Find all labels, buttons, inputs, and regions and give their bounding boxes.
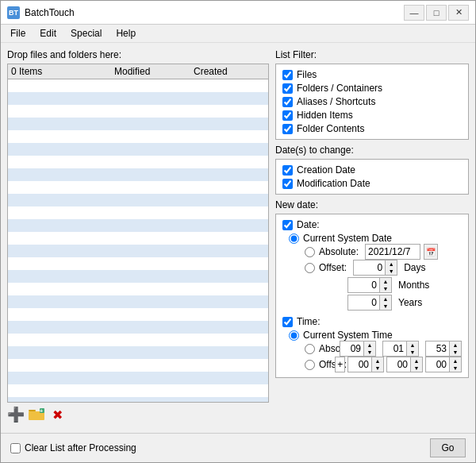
file-list-row xyxy=(8,384,268,397)
offset-date-radio[interactable]: Offset: xyxy=(305,262,347,273)
date-enable-check[interactable]: Date: xyxy=(282,219,462,230)
time-s-down[interactable]: ▼ xyxy=(450,349,461,356)
modification-date-check[interactable]: Modification Date xyxy=(282,178,462,189)
offset-months-input[interactable] xyxy=(347,277,379,293)
time-enable-check[interactable]: Time: xyxy=(282,316,462,327)
filter-aliases[interactable]: Aliases / Shortcuts xyxy=(282,96,462,107)
time-h-up[interactable]: ▲ xyxy=(364,341,375,349)
offset-days-wrap: ▲ ▼ xyxy=(353,260,397,276)
filter-aliases-checkbox[interactable] xyxy=(282,97,293,107)
filter-folders[interactable]: Folders / Containers xyxy=(282,83,462,94)
time-h-input[interactable] xyxy=(340,341,363,357)
offset-t3-spin: ▲ ▼ xyxy=(449,357,462,372)
time-m-spin: ▲ ▼ xyxy=(406,341,419,357)
menu-special[interactable]: Special xyxy=(64,26,108,41)
filter-contents-checkbox[interactable] xyxy=(282,124,293,134)
absolute-date-radio[interactable]: Absolute: xyxy=(305,246,359,257)
new-date-section: New date: Date: Current System Date xyxy=(275,199,469,378)
offset-years-down[interactable]: ▼ xyxy=(380,303,391,310)
list-filter-section: List Filter: Files Folders / Containers … xyxy=(275,49,469,140)
clear-list-checkbox[interactable] xyxy=(10,443,21,453)
left-panel: Drop files and folders here: 0 Items Mod… xyxy=(7,49,269,426)
absolute-time-radio[interactable]: Absolute: xyxy=(305,343,334,354)
calendar-button[interactable]: 📅 xyxy=(424,244,438,260)
time-h-down[interactable]: ▼ xyxy=(364,349,375,356)
time-s-input[interactable] xyxy=(425,341,449,357)
go-button[interactable]: Go xyxy=(430,438,466,457)
time-m-up[interactable]: ▲ xyxy=(407,341,418,349)
right-panel: List Filter: Files Folders / Containers … xyxy=(275,49,469,426)
time-s-spin: ▲ ▼ xyxy=(449,341,462,357)
offset-months-down[interactable]: ▼ xyxy=(380,285,391,292)
offset-t1-down[interactable]: ▼ xyxy=(372,365,383,372)
menu-edit[interactable]: Edit xyxy=(33,26,63,41)
close-button[interactable]: ✕ xyxy=(448,5,469,21)
offset-years-wrap: ▲ ▼ xyxy=(347,295,392,311)
offset-t2-input[interactable] xyxy=(386,357,410,372)
years-label: Years xyxy=(398,297,422,308)
current-system-date-radio[interactable]: Current System Date xyxy=(289,233,462,244)
date-enable-checkbox[interactable] xyxy=(282,220,293,230)
time-m-input[interactable] xyxy=(382,341,406,357)
offset-t2-wrap: ▲ ▼ xyxy=(386,357,423,372)
absolute-time-row: Absolute: ▲ ▼ xyxy=(289,341,462,357)
file-list-row xyxy=(8,334,268,346)
offset-t2-down[interactable]: ▼ xyxy=(411,365,422,372)
menu-help[interactable]: Help xyxy=(109,26,142,41)
remove-button[interactable]: ✖ xyxy=(48,406,66,423)
file-list-row xyxy=(8,321,268,334)
file-list-row xyxy=(8,257,268,270)
modification-date-checkbox[interactable] xyxy=(282,179,293,189)
dates-section: Date(s) to change: Creation Date Modific… xyxy=(275,145,469,195)
offset-t1-up[interactable]: ▲ xyxy=(372,357,383,365)
offset-t1-input[interactable] xyxy=(347,357,371,372)
filter-folders-checkbox[interactable] xyxy=(282,83,293,94)
file-list-row xyxy=(8,219,268,232)
offset-t3-down[interactable]: ▼ xyxy=(450,365,461,372)
offset-years-up[interactable]: ▲ xyxy=(380,295,391,303)
menu-file[interactable]: File xyxy=(4,26,32,41)
add-folder-button[interactable]: + xyxy=(28,406,45,423)
offset-days-up[interactable]: ▲ xyxy=(386,260,397,268)
days-label: Days xyxy=(404,262,425,273)
offset-time-radio[interactable]: Offset: xyxy=(305,359,329,370)
time-s-up[interactable]: ▲ xyxy=(450,341,461,349)
add-files-button[interactable]: ➕ xyxy=(7,406,25,423)
filter-hidden-checkbox[interactable] xyxy=(282,110,293,121)
offset-t2-spin: ▲ ▼ xyxy=(410,357,423,372)
filter-contents[interactable]: Folder Contents xyxy=(282,123,462,134)
filter-hidden[interactable]: Hidden Items xyxy=(282,110,462,121)
clear-list-check[interactable]: Clear List after Processing xyxy=(10,442,136,453)
creation-date-checkbox[interactable] xyxy=(282,165,293,176)
list-filter-title: List Filter: xyxy=(275,49,469,60)
offset-t3-input[interactable] xyxy=(425,357,449,372)
file-list-row xyxy=(8,372,268,384)
current-system-time-radio[interactable]: Current System Time xyxy=(289,330,462,341)
file-list-row xyxy=(8,194,268,206)
offset-days-down[interactable]: ▼ xyxy=(386,268,397,275)
offset-months-up[interactable]: ▲ xyxy=(380,278,391,285)
maximize-button[interactable]: □ xyxy=(426,5,447,21)
offset-years-input[interactable] xyxy=(347,295,379,311)
offset-months-wrap: ▲ ▼ xyxy=(347,277,392,293)
minimize-button[interactable]: — xyxy=(404,5,424,21)
filter-files[interactable]: Files xyxy=(282,69,462,80)
file-list-row xyxy=(8,206,268,219)
file-list-row xyxy=(8,232,268,245)
offset-days-input[interactable] xyxy=(353,260,385,276)
offset-years-spin: ▲ ▼ xyxy=(379,295,392,311)
filter-files-checkbox[interactable] xyxy=(282,70,293,80)
offset-t2-up[interactable]: ▲ xyxy=(411,357,422,365)
time-m-down[interactable]: ▼ xyxy=(407,349,418,356)
creation-date-check[interactable]: Creation Date xyxy=(282,164,462,176)
drop-label: Drop files and folders here: xyxy=(7,49,269,60)
time-enable-checkbox[interactable] xyxy=(282,317,293,327)
offset-t3-up[interactable]: ▲ xyxy=(450,357,461,365)
offset-days-spin: ▲ ▼ xyxy=(385,260,397,276)
offset-t1-spin: ▲ ▼ xyxy=(371,357,384,372)
absolute-date-input[interactable] xyxy=(365,244,420,260)
file-list-row xyxy=(8,130,268,143)
file-list-row xyxy=(8,168,268,181)
offset-date-row: Offset: ▲ ▼ Days xyxy=(289,260,462,276)
file-list-row xyxy=(8,270,268,283)
